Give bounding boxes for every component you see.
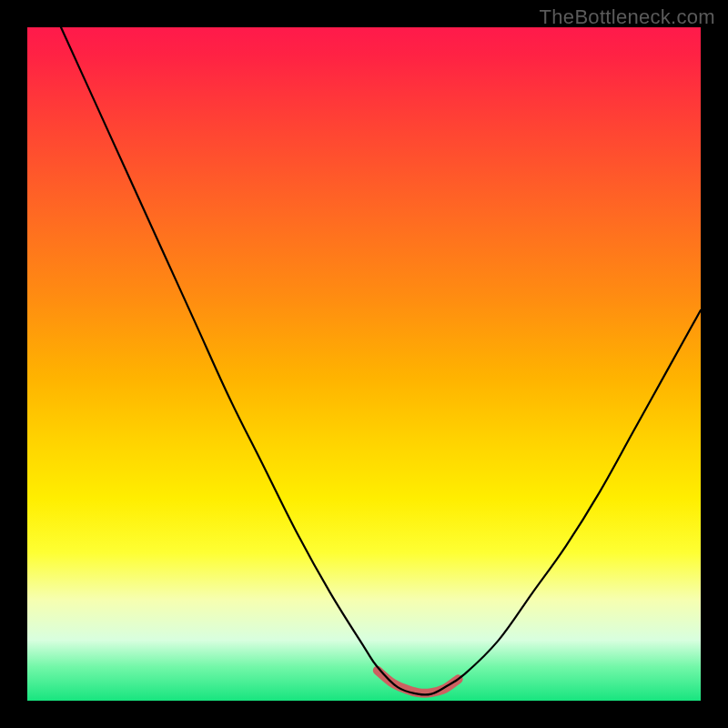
- chart-container: TheBottleneck.com: [0, 0, 728, 728]
- bottleneck-curve-path: [61, 27, 701, 695]
- watermark-text: TheBottleneck.com: [540, 5, 715, 29]
- curve-layer: [27, 27, 701, 701]
- plot-area: [27, 27, 701, 701]
